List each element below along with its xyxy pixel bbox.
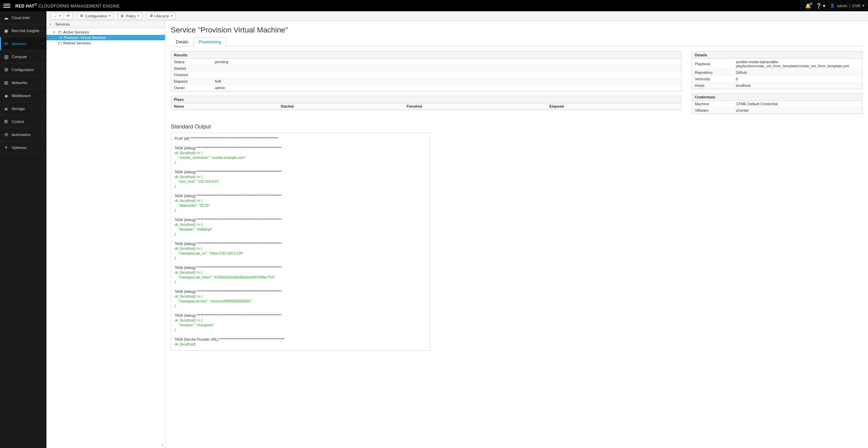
table-row: Finished xyxy=(171,72,681,78)
stdout-line: ok: [localhost] => { xyxy=(175,318,427,323)
nav-icon: ◈ xyxy=(3,93,9,98)
table-row: Statuspending xyxy=(171,59,681,65)
notifications-icon[interactable]: 🔔 xyxy=(805,3,811,9)
tab-details[interactable]: Details xyxy=(171,37,194,46)
stdout-line: ok: [localhost] => { xyxy=(175,222,427,227)
stdout-line xyxy=(175,189,427,194)
table-row: Hostslocalhost xyxy=(692,82,862,89)
details-panel: Details Playbookansible-inside-lab/ansib… xyxy=(692,51,863,89)
chevron-right-icon: › xyxy=(42,16,43,19)
results-table: StatuspendingStartedFinishedElapsedN/AOw… xyxy=(171,59,681,91)
sidebar-item-configuration[interactable]: ⚙Configuration› xyxy=(0,63,46,76)
nav-history-group: ←▾ ⟳ xyxy=(51,12,73,19)
tab-provisioning[interactable]: Provisioning xyxy=(194,37,226,46)
tree-label: Retired Services xyxy=(63,41,91,45)
chevron-down-icon: ▾ xyxy=(863,3,865,8)
resize-handle[interactable]: ‹ › ‹ › xyxy=(161,443,163,447)
row-value: pending xyxy=(212,59,681,65)
sidebar: ☁Cloud Intel›◉Red Hat Insights›⟳Services… xyxy=(0,11,46,448)
row-key: Verbosity xyxy=(692,76,733,82)
sidebar-item-optimize[interactable]: ⌖Optimize› xyxy=(0,141,46,154)
row-key: Elapsed xyxy=(171,78,212,85)
chevron-right-icon: › xyxy=(42,107,43,110)
tree-root[interactable]: ▾ Services xyxy=(46,21,165,28)
nav-icon: ⟲ xyxy=(3,132,9,137)
back-button[interactable]: ←▾ xyxy=(51,12,64,19)
policy-menu[interactable]: ⛨Policy▾ xyxy=(118,13,142,19)
sidebar-item-label: Configuration xyxy=(12,68,34,72)
stdout-line: "vmname": "changeme" xyxy=(175,323,427,328)
stdout-line: TASK [debug] ***************************… xyxy=(175,242,427,246)
stdout-line: } xyxy=(175,256,427,261)
tree-node-active-services[interactable]: ▾ 🗀 Active Services xyxy=(46,29,165,35)
sidebar-item-label: Networks xyxy=(12,81,27,85)
tabs: Details Provisioning xyxy=(171,37,863,46)
row-key: Owner xyxy=(171,85,212,91)
tree-root-label: Services xyxy=(55,22,70,26)
panel-header: Results xyxy=(171,52,681,59)
stdout-line xyxy=(175,309,427,313)
table-row: Playbookansible-inside-lab/ansible-playb… xyxy=(692,59,862,69)
nav-icon: ⛨ xyxy=(3,119,9,124)
tree-panel: ▾ Services ▾ 🗀 Active Services ⟳ Provisi… xyxy=(46,21,165,448)
nav-icon: ⊞ xyxy=(3,80,9,85)
sidebar-item-label: Middleware xyxy=(12,94,31,98)
service-icon: ⟳ xyxy=(59,36,62,40)
stdout-title: Standard Output xyxy=(171,124,863,130)
collapse-icon: ▾ xyxy=(50,23,53,26)
sidebar-item-compute[interactable]: ▥Compute› xyxy=(0,50,46,63)
nav-icon: ⟳ xyxy=(3,41,9,46)
sidebar-item-cloud-intel[interactable]: ☁Cloud Intel› xyxy=(0,11,46,24)
recycle-icon: ♻ xyxy=(150,14,153,18)
refresh-button[interactable]: ⟳ xyxy=(64,12,73,19)
row-value: 0 xyxy=(733,76,862,82)
stdout-line xyxy=(175,285,427,289)
stdout-line: "esxi_host": "192.168.0.51" xyxy=(175,179,427,184)
user-name: admin xyxy=(837,4,847,8)
results-panel: Results StatuspendingStartedFinishedElap… xyxy=(171,51,681,92)
panel-header: Plays xyxy=(171,96,681,103)
lifecycle-menu[interactable]: ♻Lifecycle▾ xyxy=(147,12,176,19)
row-key: VMware xyxy=(692,107,733,114)
folder-icon: 🗀 xyxy=(58,30,62,34)
menu-toggle-icon[interactable] xyxy=(3,3,10,9)
stdout-line: "manageiq.api_token": "b158de583a38a98a0… xyxy=(175,275,427,280)
nav-icon: ▥ xyxy=(3,54,9,59)
folder-icon: 🗀 xyxy=(58,41,62,45)
credentials-panel: Credentials MachineCFME Default Credenti… xyxy=(692,93,863,114)
tree-node-provision-vm[interactable]: ⟳ Provision Virtual Machine › xyxy=(46,35,165,40)
stdout-line: } xyxy=(175,280,427,285)
sidebar-item-label: Storage xyxy=(12,107,25,111)
chevron-right-icon: › xyxy=(42,133,43,136)
stdout-line: ok: [localhost] => { xyxy=(175,175,427,179)
sidebar-item-automation[interactable]: ⟲Automation› xyxy=(0,128,46,141)
sidebar-item-red-hat-insights[interactable]: ◉Red Hat Insights› xyxy=(0,24,46,37)
stdout-line: } xyxy=(175,208,427,213)
detail-panel: Service "Provision Virtual Machine" Deta… xyxy=(165,21,868,448)
region-name: EVM xyxy=(852,4,860,8)
sidebar-item-services[interactable]: ⟳Services› xyxy=(0,37,46,50)
sidebar-item-networks[interactable]: ⊞Networks› xyxy=(0,76,46,89)
sidebar-item-storage[interactable]: ≣Storage› xyxy=(0,102,46,115)
sidebar-item-middleware[interactable]: ◈Middleware› xyxy=(0,89,46,102)
stdout-box[interactable]: PLAY [all] *****************************… xyxy=(171,133,430,351)
configuration-menu[interactable]: ⚙Configuration▾ xyxy=(77,12,113,19)
stdout-line: "template": "rhel6tmpl" xyxy=(175,227,427,232)
help-icon[interactable]: ❔ ▾ xyxy=(816,3,825,9)
sidebar-item-control[interactable]: ⛨Control› xyxy=(0,115,46,128)
user-menu[interactable]: 👤 admin | EVM ▾ xyxy=(830,3,865,8)
details-table: Playbookansible-inside-lab/ansible-playb… xyxy=(692,59,862,89)
sidebar-item-label: Control xyxy=(12,120,24,124)
left-column: Results StatuspendingStartedFinishedElap… xyxy=(171,51,681,118)
stdout-line xyxy=(175,237,427,242)
stdout-line: "manageiq.api_url": "https://192.168.0.1… xyxy=(175,251,427,256)
stdout-line: TASK [debug] ***************************… xyxy=(175,170,427,175)
chevron-right-icon: › xyxy=(42,42,43,45)
tree-node-retired-services[interactable]: 🗀 Retired Services xyxy=(46,40,165,46)
table-row: VMwarevCenter xyxy=(692,107,862,114)
row-value: vCenter xyxy=(733,107,862,114)
row-value: N/A xyxy=(212,78,681,85)
sidebar-item-label: Optimize xyxy=(12,146,26,150)
nav-icon: ≣ xyxy=(3,106,9,111)
chevron-right-icon: › xyxy=(42,94,43,97)
